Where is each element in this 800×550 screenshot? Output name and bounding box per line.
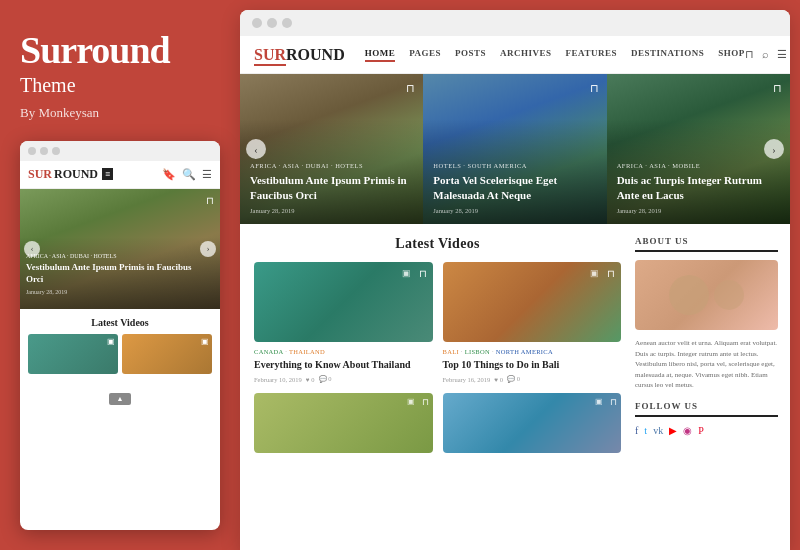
- mobile-back-to-top: ▲: [20, 382, 220, 410]
- hero-slide-2-title: Porta Vel Scelerisque Eget Malesuada At …: [433, 173, 596, 203]
- mobile-logo: SURROUND ≡: [28, 167, 113, 182]
- nav-link-pages[interactable]: PAGES: [409, 48, 441, 62]
- nav-link-archives[interactable]: ARCHIVES: [500, 48, 552, 62]
- search-icon[interactable]: 🔍: [182, 168, 196, 181]
- vc2-likes: ♥ 0: [494, 376, 503, 383]
- hero-slide-3-content: AFRICA · ASIA · MOBILE Duis ac Turpis In…: [617, 162, 780, 214]
- sidebar-social-icons: f t vk ▶ ◉ P: [635, 425, 778, 436]
- desktop-bookmark-icon[interactable]: ⊓: [745, 48, 754, 61]
- nav-link-features[interactable]: FEATURES: [566, 48, 617, 62]
- hero-slide-2-tags: HOTELS · SOUTH AMERICA: [433, 162, 596, 169]
- vc4-play-icon[interactable]: ▣: [595, 397, 603, 406]
- mobile-bookmark-icon[interactable]: ⊓: [206, 195, 214, 206]
- mobile-hero-title: Vestibulum Ante Ipsum Primis in Faucibus…: [26, 262, 200, 285]
- vc2-tag1: BALI: [443, 348, 459, 355]
- mobile-vc1-icon: ▣: [107, 337, 115, 346]
- vk-icon[interactable]: vk: [653, 425, 663, 436]
- right-panel: SURROUND HOME PAGES POSTS ARCHIVES FEATU…: [240, 10, 790, 550]
- video-card-4-image: ⊓ ▣: [443, 393, 622, 453]
- mobile-video-card-1: ▣: [28, 334, 118, 374]
- desktop-logo: SURROUND: [254, 46, 345, 64]
- hero-slide-1-content: AFRICA · ASIA · DUBAI · HOTELS Vestibulu…: [250, 162, 413, 214]
- video-card-1-title: Everything to Know About Thailand: [254, 358, 433, 371]
- desktop-menu-icon[interactable]: ☰: [777, 48, 787, 61]
- vc2-tag3: NORTH AMERICA: [496, 348, 553, 355]
- sidebar-about-image: [635, 260, 778, 330]
- vc1-bookmark-icon[interactable]: ⊓: [419, 268, 427, 279]
- theme-title: Surround: [20, 30, 220, 72]
- hero-slide-3-tags: AFRICA · ASIA · MOBILE: [617, 162, 780, 169]
- vc2-bookmark-icon[interactable]: ⊓: [607, 268, 615, 279]
- desktop-nav-links: HOME PAGES POSTS ARCHIVES FEATURES DESTI…: [365, 48, 745, 62]
- hero-slide-3: › ⊓ AFRICA · ASIA · MOBILE Duis ac Turpi…: [607, 74, 790, 224]
- content-area: Latest Videos ⊓ ▣ CANADA · THAILAND Ever…: [240, 224, 635, 550]
- nav-link-shop[interactable]: SHOP: [718, 48, 745, 62]
- video-card-2-title: Top 10 Things to Do in Bali: [443, 358, 622, 371]
- mobile-content: Latest Videos ▣ ▣: [20, 309, 220, 382]
- vc1-play-icon[interactable]: ▣: [402, 268, 411, 278]
- hero-slide-1-title: Vestibulum Ante Ipsum Primis in Faucibus…: [250, 173, 413, 203]
- theme-subtitle: Theme: [20, 74, 220, 97]
- video-cards-row1: ⊓ ▣ CANADA · THAILAND Everything to Know…: [254, 262, 621, 383]
- hero-slide-3-bookmark[interactable]: ⊓: [773, 82, 782, 95]
- youtube-icon[interactable]: ▶: [669, 425, 677, 436]
- hero-slide-2-content: HOTELS · SOUTH AMERICA Porta Vel Sceleri…: [433, 162, 596, 214]
- dot-2: [40, 147, 48, 155]
- mobile-video-card-2: ▣: [122, 334, 212, 374]
- mobile-mockup: SURROUND ≡ 🔖 🔍 ☰ ‹ › ⊓ AFRICA · ASIA · D…: [20, 141, 220, 530]
- bookmark-icon[interactable]: 🔖: [162, 168, 176, 181]
- mobile-logo-round: ROUND: [54, 167, 98, 182]
- mobile-video-cards: ▣ ▣: [28, 334, 212, 374]
- section-videos-title: Latest Videos: [254, 236, 621, 252]
- video-card-1-tags: CANADA · THAILAND: [254, 348, 433, 355]
- hero-slide-1: ‹ ⊓ AFRICA · ASIA · DUBAI · HOTELS Vesti…: [240, 74, 423, 224]
- vc4-bookmark-icon[interactable]: ⊓: [610, 397, 617, 407]
- menu-icon[interactable]: ☰: [202, 168, 212, 181]
- mobile-nav-icons: 🔖 🔍 ☰: [162, 168, 212, 181]
- hero-slide-1-tags: AFRICA · ASIA · DUBAI · HOTELS: [250, 162, 413, 169]
- vc2-date: February 16, 2019: [443, 376, 491, 383]
- left-panel: Surround Theme By Monkeysan SURROUND ≡ 🔖…: [0, 0, 240, 550]
- browser-dot-1: [252, 18, 262, 28]
- sidebar-follow-title: FOLLOW US: [635, 401, 778, 417]
- hero-slide-2-bookmark[interactable]: ⊓: [590, 82, 599, 95]
- facebook-icon[interactable]: f: [635, 425, 638, 436]
- hero-next-arrow[interactable]: ›: [764, 139, 784, 159]
- hero-slide-1-bookmark[interactable]: ⊓: [406, 82, 415, 95]
- desktop-nav: SURROUND HOME PAGES POSTS ARCHIVES FEATU…: [240, 36, 790, 74]
- mobile-videos-title: Latest Videos: [28, 317, 212, 328]
- back-to-top-btn[interactable]: ▲: [109, 393, 132, 405]
- vc1-tag2: THAILAND: [289, 348, 325, 355]
- mobile-vc2-icon: ▣: [201, 337, 209, 346]
- nav-link-home[interactable]: HOME: [365, 48, 396, 62]
- instagram-icon[interactable]: ◉: [683, 425, 692, 436]
- hero-slide-2: ⊓ HOTELS · SOUTH AMERICA Porta Vel Scele…: [423, 74, 606, 224]
- vc3-play-icon[interactable]: ▣: [407, 397, 415, 406]
- video-card-1-image: ⊓ ▣: [254, 262, 433, 342]
- video-card-3: ⊓ ▣: [254, 393, 433, 453]
- video-card-3-image: ⊓ ▣: [254, 393, 433, 453]
- desktop-logo-sur: SUR: [254, 46, 286, 64]
- vc2-play-icon[interactable]: ▣: [590, 268, 599, 278]
- video-card-2: ⊓ ▣ BALI · LISBON · NORTH AMERICA Top 10…: [443, 262, 622, 383]
- video-card-2-meta: February 16, 2019 ♥ 0 💬 0: [443, 375, 622, 383]
- theme-by: By Monkeysan: [20, 105, 220, 121]
- nav-link-destinations[interactable]: DESTINATIONS: [631, 48, 704, 62]
- video-card-1: ⊓ ▣ CANADA · THAILAND Everything to Know…: [254, 262, 433, 383]
- mobile-next-arrow[interactable]: ›: [200, 241, 216, 257]
- mobile-hero-tags: AFRICA · ASIA · DUBAI · HOTELS: [26, 253, 200, 259]
- hero-slider: ‹ ⊓ AFRICA · ASIA · DUBAI · HOTELS Vesti…: [240, 74, 790, 224]
- dot-3: [52, 147, 60, 155]
- nav-link-posts[interactable]: POSTS: [455, 48, 486, 62]
- browser-titlebar: [240, 10, 790, 36]
- desktop-search-icon[interactable]: ⌕: [762, 48, 769, 61]
- main-content: Latest Videos ⊓ ▣ CANADA · THAILAND Ever…: [240, 224, 790, 550]
- hero-prev-arrow[interactable]: ‹: [246, 139, 266, 159]
- pinterest-icon[interactable]: P: [698, 425, 704, 436]
- video-cards-row2: ⊓ ▣ ⊓ ▣: [254, 393, 621, 453]
- vc3-bookmark-icon[interactable]: ⊓: [422, 397, 429, 407]
- vc1-comments: 💬 0: [319, 375, 332, 383]
- video-card-2-tags: BALI · LISBON · NORTH AMERICA: [443, 348, 622, 355]
- twitter-icon[interactable]: t: [644, 425, 647, 436]
- mobile-hero-content: AFRICA · ASIA · DUBAI · HOTELS Vestibulu…: [26, 253, 200, 294]
